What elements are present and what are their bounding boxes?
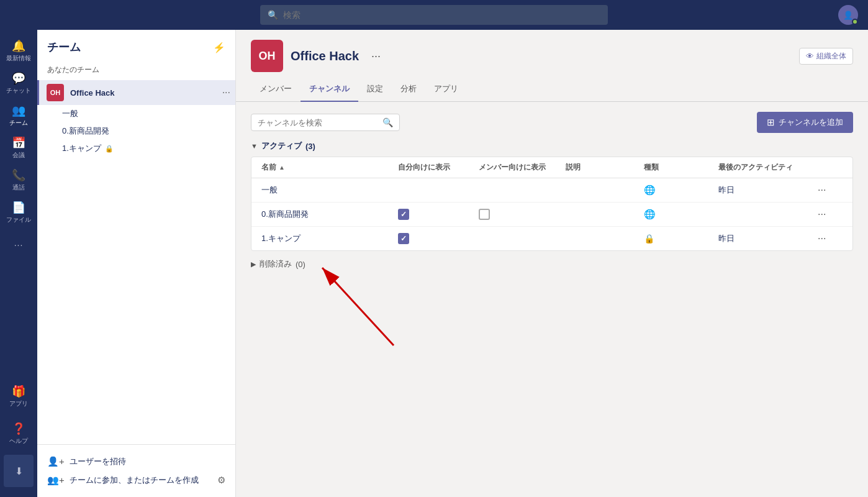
lock-icon: 🔒 [644, 234, 654, 244]
deleted-section[interactable]: ▶ 削除済み (0) [251, 258, 853, 270]
row-new-product-type: 🌐 [644, 209, 718, 220]
left-panel-header: チーム ⚡ [37, 30, 235, 60]
search-icon: 🔍 [268, 10, 278, 20]
filter-icon[interactable]: ⚡ [213, 42, 225, 53]
table-row: 1.キャンプ ✓ 🔒 昨日 ··· [251, 227, 852, 250]
row-new-product-more[interactable]: ··· [818, 209, 843, 220]
col-header-show-me: 自分向けに表示 [398, 162, 479, 173]
settings-gear-icon[interactable]: ⚙ [217, 475, 225, 486]
row-camp-name: 1.キャンプ [261, 233, 398, 244]
checkbox-camp-show-me-checked[interactable]: ✓ [398, 233, 409, 244]
avatar[interactable]: 👤 [838, 5, 858, 25]
toolbar-row: 🔍 ⊞ チャンネルを追加 [251, 112, 853, 133]
globe-icon: 🌐 [644, 185, 656, 195]
nav-item-more[interactable]: ··· [4, 229, 34, 261]
tab-apps[interactable]: アプリ [425, 77, 467, 102]
more-dots-icon[interactable]: ··· [818, 233, 826, 244]
tab-analytics[interactable]: 分析 [392, 77, 425, 102]
row-new-product-show-me[interactable]: ✓ [398, 209, 479, 220]
join-create-team-action[interactable]: 👥+ チームに参加、またはチームを作成 ⚙ [47, 471, 225, 490]
chat-icon: 💬 [12, 71, 25, 85]
avatar-status-badge [852, 19, 858, 25]
notifications-icon: 🔔 [12, 39, 25, 53]
tab-bar: メンバー チャンネル 設定 分析 アプリ [236, 77, 868, 102]
nav-item-calls[interactable]: 📞 通話 [4, 164, 34, 196]
main-layout: 🔔 最新情報 💬 チャット 👥 チーム 📅 会議 📞 通話 📄 ファイル ··· [0, 30, 868, 497]
nav-item-chat[interactable]: 💬 チャット [4, 67, 34, 99]
row-camp-show-me[interactable]: ✓ [398, 233, 479, 244]
checkbox-show-me-checked[interactable]: ✓ [398, 209, 409, 220]
teams-panel-title: チーム [47, 40, 81, 55]
tab-members[interactable]: メンバー [251, 77, 301, 102]
channel-table: 名前 ▲ 自分向けに表示 メンバー向けに表示 説明 種類 最後のアクティビティ … [251, 157, 853, 251]
checkbox-show-members-unchecked[interactable] [479, 209, 490, 220]
join-icon: 👥+ [47, 475, 65, 486]
team-header: OH Office Hack ··· 👁 組織全体 [236, 30, 868, 72]
col-header-show-members: メンバー向けに表示 [479, 162, 566, 173]
globe-icon: 🌐 [644, 209, 656, 219]
nav-item-apps[interactable]: 🎁 アプリ [4, 380, 34, 413]
calls-icon: 📞 [12, 168, 25, 182]
search-channel-icon: 🔍 [382, 117, 393, 127]
search-input[interactable] [283, 10, 600, 20]
deleted-section-count: (0) [296, 260, 305, 269]
team-more-icon[interactable]: ··· [222, 87, 230, 98]
apps-icon: 🎁 [12, 385, 25, 398]
chevron-right-icon: ▶ [251, 260, 256, 268]
invite-label: ユーザーを招待 [70, 456, 126, 467]
row-camp-more[interactable]: ··· [818, 233, 843, 244]
more-icon: ··· [14, 240, 24, 250]
eye-icon: 👁 [806, 52, 814, 61]
add-channel-button[interactable]: ⊞ チャンネルを追加 [757, 112, 853, 133]
channel-search-input[interactable] [258, 118, 379, 127]
nav-item-notifications[interactable]: 🔔 最新情報 [4, 35, 34, 67]
nav-item-files[interactable]: 📄 ファイル [4, 196, 34, 229]
channel-item-general[interactable]: 一般 [55, 105, 235, 122]
tab-channels[interactable]: チャンネル [301, 77, 358, 102]
table-row: 一般 🌐 昨日 ··· [251, 178, 852, 203]
col-header-type: 種類 [644, 162, 718, 173]
content-wrapper: ▼ アクティブ (3) 名前 ▲ 自分向けに表示 メンバー向けに表示 説明 種類 [251, 140, 853, 270]
channel-name-new-product: 0.新商品開発 [62, 125, 109, 137]
chevron-down-icon: ▼ [251, 142, 258, 150]
more-dots-icon[interactable]: ··· [818, 185, 826, 195]
channel-search-box[interactable]: 🔍 [251, 114, 400, 131]
help-icon: ❓ [12, 422, 25, 435]
more-dots-icon[interactable]: ··· [818, 209, 826, 219]
left-panel: チーム ⚡ あなたのチーム OH Office Hack ··· 一般 0.新商… [37, 30, 236, 497]
team-avatar: OH [47, 84, 64, 101]
nav-label-meetings: 会議 [12, 152, 25, 160]
active-section-header[interactable]: ▼ アクティブ (3) [251, 140, 853, 152]
row-general-name: 一般 [261, 185, 398, 196]
left-footer: 👤+ ユーザーを招待 👥+ チームに参加、またはチームを作成 ⚙ [37, 444, 235, 497]
row-general-more[interactable]: ··· [818, 185, 843, 196]
search-box[interactable]: 🔍 [260, 5, 608, 25]
channel-name-camp: 1.キャンプ [62, 143, 101, 154]
nav-label-teams: チーム [9, 119, 28, 127]
row-new-product-show-members[interactable] [479, 209, 566, 220]
nav-item-meetings[interactable]: 📅 会議 [4, 132, 34, 164]
top-bar: 🔍 👤 [0, 0, 868, 30]
content-area: 🔍 ⊞ チャンネルを追加 ▼ アクティブ (3) 名前 [236, 102, 868, 497]
nav-item-teams[interactable]: 👥 チーム [4, 99, 34, 132]
invite-icon: 👤+ [47, 456, 65, 467]
nav-item-download[interactable]: ⬇ [4, 455, 34, 487]
row-new-product-name: 0.新商品開発 [261, 209, 398, 220]
team-header-more-icon[interactable]: ··· [371, 50, 381, 63]
channel-list: 一般 0.新商品開発 1.キャンプ 🔒 [37, 105, 235, 157]
nav-item-help[interactable]: ❓ ヘルプ [4, 417, 34, 450]
nav-label-help: ヘルプ [9, 437, 28, 445]
nav-label-files: ファイル [6, 216, 31, 224]
col-header-description: 説明 [566, 162, 644, 173]
col-header-last-activity: 最後のアクティビティ [718, 162, 818, 173]
invite-users-action[interactable]: 👤+ ユーザーを招待 [47, 452, 225, 471]
right-panel: OH Office Hack ··· 👁 組織全体 メンバー チャンネル 設定 … [236, 30, 868, 497]
tab-settings[interactable]: 設定 [358, 77, 392, 102]
channel-item-new-product[interactable]: 0.新商品開発 [55, 122, 235, 140]
col-header-actions [818, 162, 843, 173]
org-link[interactable]: 👁 組織全体 [799, 48, 853, 65]
team-list-item-office-hack[interactable]: OH Office Hack ··· [37, 80, 235, 105]
nav-label-notifications: 最新情報 [6, 55, 31, 63]
meetings-icon: 📅 [12, 136, 25, 150]
channel-item-camp[interactable]: 1.キャンプ 🔒 [55, 140, 235, 157]
